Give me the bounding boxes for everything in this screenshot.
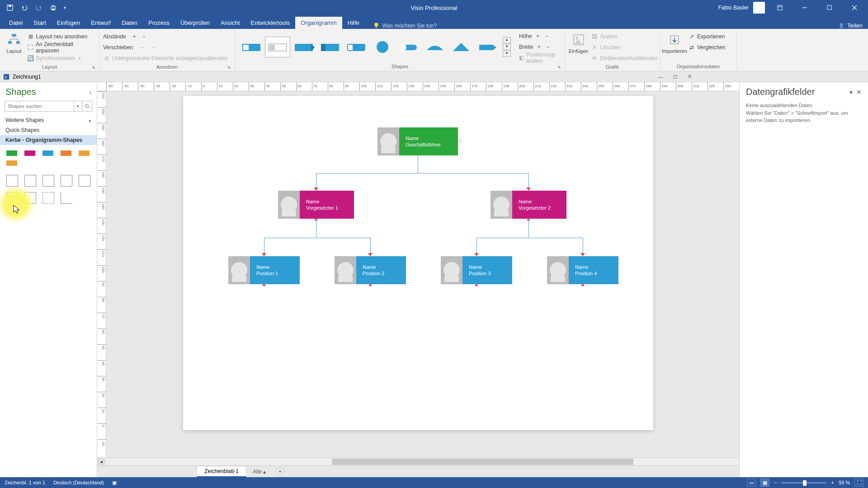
swatch-blue[interactable] [42, 150, 53, 156]
positionstyp-button[interactable]: ◧Positionstyp ändern [519, 53, 561, 63]
stencil-shape-1[interactable] [6, 175, 18, 187]
shape-style-5[interactable] [344, 37, 369, 57]
shapes-launcher[interactable]: ⬊ [557, 65, 561, 69]
redo-button[interactable] [33, 1, 45, 14]
shape-style-7[interactable] [396, 37, 421, 57]
aendern-button[interactable]: 🖼Ändern [591, 32, 657, 42]
user-avatar[interactable] [753, 2, 765, 14]
user-name[interactable]: Fabio Basler [718, 5, 749, 11]
hscroll-left-button[interactable]: ◂ [97, 458, 105, 465]
undo-button[interactable] [18, 1, 31, 14]
verschieben-button[interactable]: Verschieben ← → [103, 42, 231, 52]
kerbe-stencil[interactable]: Kerbe - Organigramm-Shapes [0, 135, 97, 145]
page-info[interactable]: Zeichenbl. 1 von 1 [5, 480, 45, 485]
macro-recorder-icon[interactable]: ▣ [112, 480, 117, 486]
zoom-knob[interactable] [803, 480, 807, 486]
org-node-m2[interactable]: NameVorgesetzter 2 [491, 191, 566, 219]
shapes-search-go[interactable] [82, 101, 92, 111]
qat-customize-button[interactable]: ▾ [61, 1, 68, 14]
shape-style-2[interactable] [265, 37, 290, 57]
fit-page-button[interactable]: ⛶ [854, 479, 863, 487]
doc-close-button[interactable]: ✕ [683, 72, 696, 81]
layout-button[interactable]: Layout [4, 31, 24, 54]
shapes-pane-collapse-button[interactable]: ‹ [89, 89, 91, 96]
h-scroll-thumb[interactable] [332, 459, 634, 465]
stencil-shape-8[interactable] [42, 192, 54, 204]
shape-style-3[interactable] [291, 37, 316, 57]
org-node-m1[interactable]: NameVorgesetzter 1 [278, 191, 354, 219]
breite-control[interactable]: Breite+− [519, 42, 561, 52]
swatch-magenta[interactable] [24, 150, 35, 156]
maximize-button[interactable] [819, 0, 840, 15]
shapes-search[interactable]: ▾ [5, 101, 92, 112]
tab-hilfe[interactable]: Hilfe [342, 17, 365, 29]
doc-minimize-button[interactable]: — [654, 72, 667, 81]
print-button[interactable] [47, 1, 60, 14]
shape-style-9[interactable] [448, 37, 474, 57]
quick-shapes-link[interactable]: Quick-Shapes [0, 125, 97, 135]
all-pages-button[interactable]: Alle ▴ [247, 467, 271, 477]
gallery-down-button[interactable]: ▾ [503, 44, 511, 50]
connector[interactable] [316, 173, 528, 174]
shape-style-6[interactable] [370, 37, 395, 57]
minimize-button[interactable] [794, 0, 815, 15]
stencil-shape-7[interactable] [24, 192, 36, 204]
vertical-ruler[interactable]: 2102001901801701601501401301201101009080… [97, 91, 106, 457]
stencil-shape-6[interactable] [6, 192, 18, 204]
connector[interactable] [528, 219, 529, 238]
importieren-button[interactable]: Importieren [664, 31, 685, 54]
shape-style-10[interactable] [475, 37, 500, 57]
shape-style-4[interactable] [317, 37, 343, 57]
tab-ansicht[interactable]: Ansicht [215, 17, 245, 29]
stencil-shape-9[interactable] [61, 192, 72, 204]
doc-maximize-button[interactable]: ◻ [668, 72, 682, 81]
tab-entwurf[interactable]: Entwurf [85, 17, 116, 29]
presentation-mode-button[interactable]: ▭ [747, 479, 756, 487]
language-status[interactable]: Deutsch (Deutschland) [53, 480, 104, 485]
tab-daten[interactable]: Daten [116, 17, 143, 29]
page-tab-1[interactable]: Zeichenblatt-1 [197, 466, 246, 477]
rp-close-button[interactable]: ✕ [856, 89, 862, 96]
gallery-more-button[interactable]: ▾ [503, 51, 511, 57]
tab-einfuegen[interactable]: Einfügen [52, 17, 85, 29]
share-button[interactable]: Teilen [838, 22, 863, 29]
stencil-shape-3[interactable] [42, 175, 54, 187]
zeichenblatt-anpassen-button[interactable]: ⛶An Zeichenblatt anpassen [27, 42, 95, 52]
connector[interactable] [418, 155, 418, 173]
tell-me-search[interactable]: 💡 Was möchten Sie tun? [373, 23, 437, 29]
shape-style-8[interactable] [422, 37, 448, 57]
org-node-p2[interactable]: NamePosition 2 [335, 256, 406, 284]
stencil-shape-4[interactable] [61, 175, 72, 187]
save-button[interactable] [4, 1, 16, 14]
ribbon-display-button[interactable] [769, 0, 790, 15]
grafik-einfuegen-button[interactable]: Einfügen [569, 31, 588, 54]
org-node-p3[interactable]: NamePosition 3 [441, 256, 512, 284]
connector[interactable] [264, 238, 370, 238]
shapes-search-input[interactable] [5, 101, 74, 111]
weitere-shapes-link[interactable]: Weitere Shapes▸ [0, 115, 97, 125]
shapes-search-dropdown[interactable]: ▾ [74, 101, 82, 111]
abstaende-button[interactable]: Abstände + − [103, 32, 231, 42]
rp-dropdown-button[interactable]: ▾ [849, 89, 853, 96]
swatch-orange[interactable] [61, 150, 71, 156]
untergeordnete-button[interactable]: ⊟Untergeordnete Elemente anzeigen/ausble… [103, 53, 231, 63]
org-node-p4[interactable]: NamePosition 4 [547, 256, 618, 284]
swatch-orange3[interactable] [6, 160, 17, 166]
zoom-slider[interactable] [781, 482, 826, 483]
stencil-shape-2[interactable] [24, 175, 36, 187]
layout-launcher[interactable]: ⬊ [92, 65, 95, 70]
shape-style-gallery[interactable]: ▴ ▾ ▾ [239, 37, 511, 57]
swatch-orange2[interactable] [79, 150, 90, 156]
vergleichen-button[interactable]: ⇄Vergleichen [688, 42, 726, 52]
layout-neu-anordnen-button[interactable]: ⊞Layout neu anordnen [27, 32, 95, 42]
synchronisieren-button[interactable]: 🔄Synchronisieren▾ [27, 53, 95, 63]
tab-datei[interactable]: Datei [4, 17, 28, 29]
org-node-ceo[interactable]: NameGeschäftsführer [377, 127, 458, 155]
shape-style-1[interactable] [239, 37, 264, 57]
stencil-shape-5[interactable] [79, 175, 90, 187]
add-page-button[interactable]: + [275, 467, 285, 477]
tab-start[interactable]: Start [28, 17, 51, 29]
exportieren-button[interactable]: ↗Exportieren [688, 32, 726, 42]
connector[interactable] [316, 219, 316, 238]
tab-entwicklertools[interactable]: Entwicklertools [245, 17, 296, 29]
